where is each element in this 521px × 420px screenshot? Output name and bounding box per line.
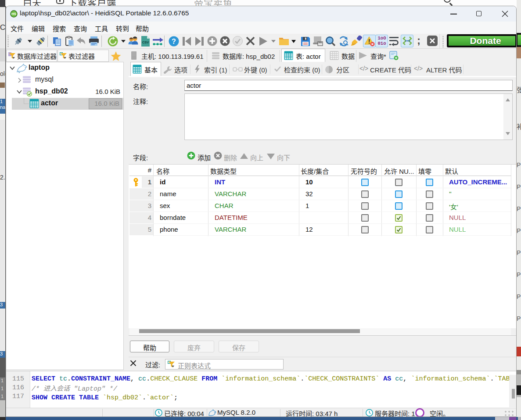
svg-text:?: ? [172, 38, 176, 45]
svg-text:CSV: CSV [142, 40, 149, 44]
svg-text:HS: HS [11, 12, 16, 16]
